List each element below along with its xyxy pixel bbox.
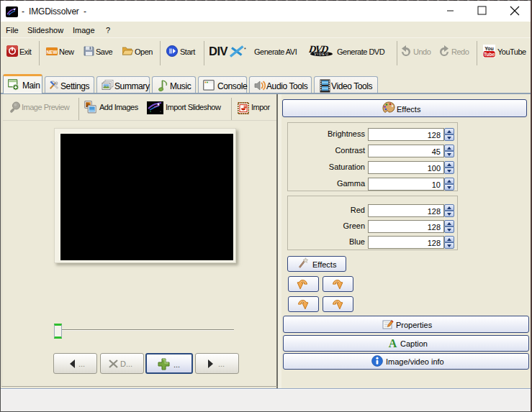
svg-text:*: * (244, 47, 246, 52)
svg-text:A: A (389, 337, 397, 349)
svg-text:Tube: Tube (484, 52, 495, 57)
svg-text:DIV: DIV (209, 45, 228, 58)
svg-text:VIDEO: VIDEO (314, 52, 329, 56)
svg-text:You: You (484, 46, 494, 51)
svg-text:NEW: NEW (46, 50, 58, 55)
